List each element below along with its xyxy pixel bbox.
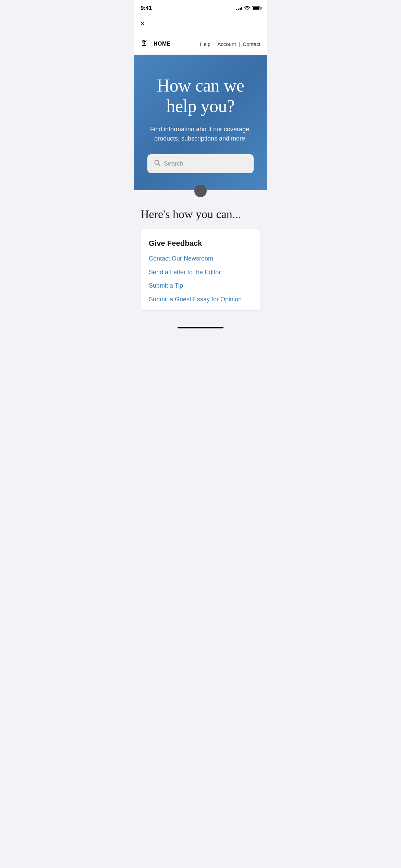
link-guest-essay[interactable]: Submit a Guest Essay for Opinion (149, 296, 252, 303)
close-button[interactable]: × (141, 20, 145, 27)
card-links: Contact Our Newsroom Send a Letter to th… (149, 255, 252, 303)
hero-subtitle: Find information about our coverage, pro… (147, 125, 254, 143)
section-title: Here's how you can... (141, 207, 260, 221)
svg-text:𝕿: 𝕿 (141, 38, 147, 48)
close-bar: × (134, 14, 267, 33)
scroll-indicator (194, 185, 207, 197)
link-letter-editor[interactable]: Send a Letter to the Editor (149, 268, 252, 276)
home-indicator-bar (178, 327, 223, 328)
nav-links: Help | Account | Contact (200, 41, 260, 47)
status-icons (236, 5, 260, 11)
search-input[interactable] (164, 160, 247, 167)
nyt-logo: 𝕿 (141, 38, 150, 50)
status-bar: 9:41 (134, 0, 267, 14)
nav-link-account[interactable]: Account (217, 41, 236, 47)
hero-section: How can we help you? Find information ab… (134, 55, 267, 190)
signal-icon (236, 6, 242, 10)
home-indicator (134, 324, 267, 330)
search-icon (154, 160, 160, 168)
nav-left: 𝕿 HOME (141, 38, 171, 50)
svg-line-2 (158, 164, 160, 166)
wifi-icon (244, 5, 250, 11)
card-title: Give Feedback (149, 239, 252, 248)
hero-title: How can we help you? (147, 75, 254, 117)
feedback-card: Give Feedback Contact Our Newsroom Send … (141, 229, 260, 310)
nav-home-label[interactable]: HOME (154, 41, 171, 47)
battery-icon (252, 6, 260, 10)
main-content: Here's how you can... Give Feedback Cont… (134, 190, 267, 324)
nav-bar: 𝕿 HOME Help | Account | Contact (134, 33, 267, 55)
link-contact-newsroom[interactable]: Contact Our Newsroom (149, 255, 252, 263)
search-container (147, 154, 254, 173)
nav-link-contact[interactable]: Contact (243, 41, 260, 47)
status-time: 9:41 (141, 5, 152, 12)
nav-link-help[interactable]: Help (200, 41, 210, 47)
link-submit-tip[interactable]: Submit a Tip (149, 282, 252, 290)
